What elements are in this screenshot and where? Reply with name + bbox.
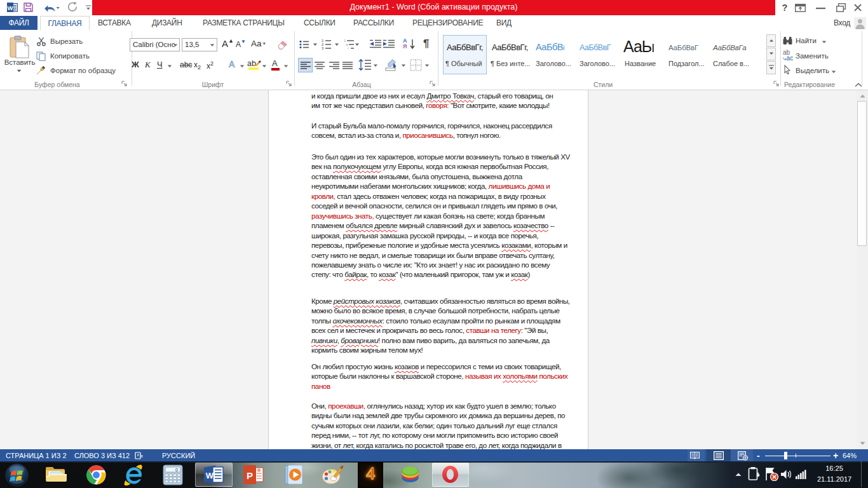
- svg-text:i: i: [348, 46, 348, 50]
- svg-text:x: x: [140, 453, 143, 459]
- svg-text:W: W: [8, 4, 13, 11]
- svg-text:0: 0: [175, 468, 178, 472]
- svg-text:P: P: [247, 470, 253, 481]
- svg-text:3: 3: [322, 46, 324, 50]
- svg-text:W: W: [206, 471, 214, 480]
